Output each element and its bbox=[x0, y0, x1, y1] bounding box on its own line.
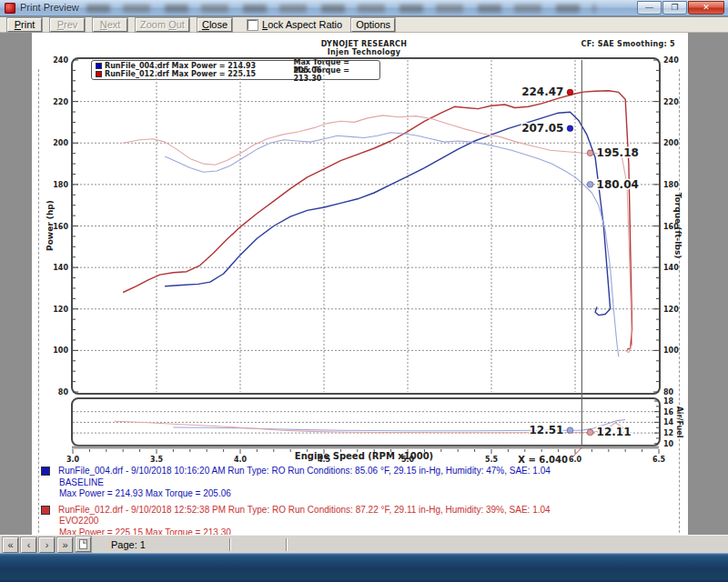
right-margin-guide bbox=[679, 69, 680, 565]
run-info-section: RunFile_004.drf - 9/10/2018 10:16:20 AM … bbox=[41, 466, 660, 543]
lock-aspect-ratio-group: Lock Aspect Ratio bbox=[248, 19, 342, 30]
next-button[interactable]: Next bbox=[93, 18, 127, 32]
legend-swatch bbox=[96, 63, 102, 69]
legend-file-power: RunFile_004.drf Max Power = 214.93 bbox=[105, 62, 293, 70]
run-info-block: RunFile_004.drf - 9/10/2018 10:16:20 AM … bbox=[41, 466, 660, 500]
run-swatch bbox=[41, 506, 50, 515]
taskbar: e ▶ 7 ▲ 2:59 PM 12/12/2018 bbox=[0, 553, 728, 582]
blurred-title-text bbox=[86, 5, 596, 13]
last-page-button[interactable]: » bbox=[57, 537, 73, 553]
status-separator bbox=[286, 538, 288, 551]
legend-torque: Max Torque = 213.30 bbox=[293, 66, 376, 83]
lock-aspect-ratio-checkbox[interactable] bbox=[248, 20, 258, 30]
first-page-button[interactable]: « bbox=[3, 537, 18, 553]
restore-button[interactable]: ❐ bbox=[662, 1, 687, 15]
status-separator bbox=[229, 538, 231, 551]
run-details: RunFile_012.drf - 9/10/2018 12:52:38 PM … bbox=[58, 505, 551, 517]
page-nav-buttons: «‹›» bbox=[0, 536, 73, 553]
print-preview-window: Print Preview — ❐ ✕ PrintPrevNextZoom Ou… bbox=[0, 0, 728, 582]
report-header-line2: Injen Technology bbox=[273, 48, 455, 56]
legend-row: RunFile_012.drf Max Power = 225.15Max To… bbox=[96, 70, 376, 78]
window-title: Print Preview bbox=[20, 2, 79, 13]
title-bar: Print Preview — ❐ ✕ bbox=[0, 0, 728, 16]
toolbar: PrintPrevNextZoom OutCloseLock Aspect Ra… bbox=[0, 17, 728, 33]
prev-button[interactable]: Prev bbox=[50, 18, 85, 32]
close-window-button[interactable]: ✕ bbox=[688, 1, 724, 15]
page-icon bbox=[79, 539, 87, 549]
run-details: RunFile_004.drf - 9/10/2018 10:16:20 AM … bbox=[58, 466, 551, 477]
minimize-button[interactable]: — bbox=[637, 1, 662, 15]
run-swatch bbox=[41, 467, 50, 476]
left-margin-guide bbox=[38, 69, 39, 565]
report-header-line1: DYNOJET RESEARCH bbox=[273, 40, 455, 48]
print-button[interactable]: Print bbox=[7, 18, 42, 32]
legend-swatch bbox=[96, 71, 102, 77]
next-page-button[interactable]: › bbox=[39, 537, 55, 553]
preview-page bbox=[32, 33, 688, 535]
lock-aspect-ratio-label: Lock Aspect Ratio bbox=[262, 19, 342, 30]
chart-legend: RunFile_004.drf Max Power = 214.93Max To… bbox=[91, 60, 380, 80]
run-name: EVO2200 bbox=[59, 516, 660, 527]
run-info-block: RunFile_012.drf - 9/10/2018 12:52:38 PM … bbox=[41, 505, 660, 539]
legend-file-power: RunFile_012.drf Max Power = 225.15 bbox=[105, 70, 293, 78]
run-name: BASELINE bbox=[59, 477, 660, 489]
page-number-label: Page: 1 bbox=[111, 539, 175, 550]
run-max-values: Max Power = 214.93 Max Torque = 205.06 bbox=[59, 488, 660, 500]
prev-page-button[interactable]: ‹ bbox=[21, 537, 36, 553]
status-bar: «‹›» Page: 1 bbox=[0, 535, 728, 553]
page-setup-button[interactable] bbox=[76, 537, 91, 552]
options-button[interactable]: Options bbox=[351, 18, 395, 32]
zoom-out-button[interactable]: Zoom Out bbox=[136, 18, 189, 32]
app-icon bbox=[5, 3, 15, 14]
report-smoothing-label: CF: SAE Smoothing: 5 bbox=[581, 40, 675, 48]
close-button[interactable]: Close bbox=[197, 18, 232, 32]
